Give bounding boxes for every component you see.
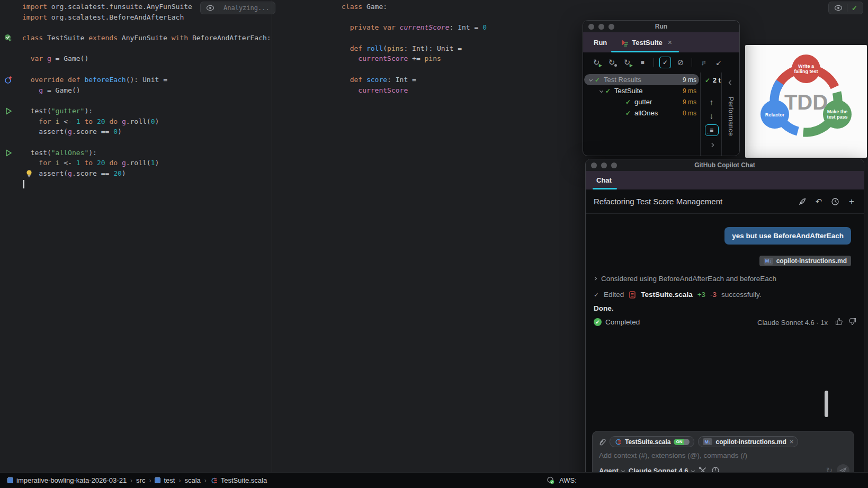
chat-scrollbar[interactable] (825, 391, 828, 417)
close-tab-icon[interactable]: × (668, 38, 672, 47)
context-chip-md[interactable]: M↓ copilot-instructions.md × (698, 436, 798, 447)
performance-stripe: Performance (721, 73, 739, 156)
code-line[interactable] (0, 95, 272, 106)
code-line[interactable]: class Game: (272, 2, 868, 12)
breadcrumb-separator: › (149, 477, 151, 484)
override-gutter-icon[interactable] (4, 76, 13, 84)
context-on-toggle[interactable]: ON (674, 439, 690, 445)
conversation-header: Refactoring Test Score Management ↶ + (586, 189, 864, 214)
breadcrumb-item[interactable]: scala (184, 476, 200, 484)
history-icon[interactable] (830, 197, 840, 206)
next-failed-test-button[interactable]: ↓ (705, 109, 719, 122)
test-passed-icon: ✓ (625, 98, 631, 106)
code-line[interactable] (0, 22, 272, 33)
code-line[interactable] (272, 12, 868, 23)
test-node-label: allOnes (634, 109, 658, 117)
breadcrumb-item[interactable]: imperative-bowling-kata-2026-03-21 (7, 476, 127, 484)
message-attachment-chip[interactable]: M↓ copilot-instructions.md (759, 256, 851, 266)
rerun-auto-button[interactable]: ↻▶ (621, 57, 633, 68)
svg-text:TDD: TDD (784, 91, 828, 114)
code-line[interactable]: test("allOnes"): (0, 148, 272, 158)
test-tree-row[interactable]: ✓TestSuite9 ms (583, 85, 700, 96)
code-line[interactable]: class TestSuite extends AnyFunSuite with… (0, 33, 272, 43)
runclass-gutter-icon[interactable] (4, 34, 13, 42)
breadcrumb-item[interactable]: src (136, 476, 145, 484)
code-line[interactable]: var g = Game() (0, 53, 272, 64)
new-chat-icon[interactable]: + (847, 197, 856, 206)
performance-tab[interactable]: Performance (727, 97, 735, 136)
test-results-tree: ✓Test Results9 ms✓TestSuite9 ms✓gutter9 … (583, 73, 700, 156)
divider (692, 58, 692, 67)
thumbs-up-icon[interactable] (835, 318, 843, 326)
svg-text:Refactor: Refactor (765, 112, 785, 118)
test-duration: 9 ms (683, 98, 696, 106)
aws-status-label[interactable]: AWS: (559, 476, 577, 484)
active-tab-underline (611, 51, 679, 52)
window-title: GitHub Copilot Chat (586, 161, 864, 169)
context-chip-file[interactable]: TestSuite.scala ON (610, 436, 694, 447)
left-editor-pane[interactable]: import org.scalatest.funsuite.AnyFunSuit… (0, 0, 272, 472)
tree-chevron-icon[interactable] (597, 89, 605, 92)
eye-icon[interactable] (834, 5, 843, 11)
code-line[interactable] (0, 137, 272, 148)
expand-rail-icon[interactable] (705, 138, 719, 152)
rerun-button[interactable]: ↻▶ (590, 57, 602, 68)
code-line[interactable]: for i <- 1 to 20 do g.roll(1) (0, 158, 272, 168)
quill-icon[interactable] (798, 197, 807, 206)
inspections-ok-icon[interactable]: ✓ (852, 4, 857, 12)
code-line[interactable]: private var currentScore: Int = 0 (272, 22, 868, 33)
test-tree-row[interactable]: ✓Test Results9 ms (583, 74, 700, 85)
remove-chip-icon[interactable]: × (790, 438, 794, 446)
code-line[interactable] (272, 33, 868, 43)
code-line[interactable]: for i <- 1 to 20 do g.roll(0) (0, 116, 272, 127)
edited-file-row[interactable]: ✓ Edited TestSuite.scala +3 -3 successfu… (594, 291, 762, 299)
code-line[interactable]: g = Game() (0, 85, 272, 96)
expand-icon[interactable] (593, 277, 597, 281)
eye-icon[interactable] (206, 5, 214, 11)
breadcrumb-item[interactable]: TestSuite.scala (210, 476, 267, 484)
model-usage-label: Claude Sonnet 4.6 · 1x (757, 318, 828, 328)
code-line[interactable] (0, 64, 272, 75)
import-results-button[interactable]: ↙ (713, 57, 724, 68)
code-line[interactable]: test("gutter"): (0, 106, 272, 116)
test-tree-row[interactable]: ✓allOnes0 ms (583, 107, 700, 119)
considered-row[interactable]: Considered using BeforeAndAfterEach and … (594, 275, 776, 283)
show-ignored-toggle[interactable]: ⊘ (675, 57, 686, 68)
test-node-label: TestSuite (614, 87, 642, 95)
bulb-gutter-icon[interactable] (25, 169, 34, 178)
code-line[interactable]: override def beforeEach(): Unit = (0, 75, 272, 85)
tdd-cycle-image: Write a failing test Make the test pass … (745, 45, 867, 158)
test-duration: 9 ms (683, 87, 696, 95)
code-line[interactable]: assert(g.score == 0) (0, 126, 272, 137)
tree-chevron-icon[interactable] (586, 78, 595, 81)
tab-chat[interactable]: Chat (596, 176, 612, 184)
copilot-window-titlebar[interactable]: GitHub Copilot Chat (586, 159, 864, 171)
previous-failed-test-button[interactable]: ↑ (705, 95, 719, 109)
attach-icon[interactable] (598, 438, 606, 446)
svg-text:Make the: Make the (827, 109, 848, 114)
runtest-gutter-icon[interactable] (4, 149, 13, 157)
status-widget-icon[interactable] (547, 476, 554, 484)
code-line[interactable] (0, 179, 272, 189)
breadcrumb: imperative-bowling-kata-2026-03-21›src›t… (7, 476, 267, 484)
tab-testsuite[interactable]: TestSuite × (621, 32, 672, 52)
scalatest-icon (621, 39, 629, 47)
test-tree-row[interactable]: ✓gutter9 ms (583, 96, 700, 107)
run-window-titlebar[interactable]: Run (583, 21, 739, 32)
collapse-stripe-icon[interactable] (724, 76, 738, 89)
stop-button[interactable]: ■ (637, 57, 648, 68)
code-line[interactable] (0, 43, 272, 54)
runtest-gutter-icon[interactable] (4, 107, 13, 115)
code-line[interactable]: assert(g.score == 20) (0, 168, 272, 179)
breadcrumb-item[interactable]: test (155, 476, 175, 484)
chat-input-placeholder[interactable]: Add context (#), extensions (@), command… (599, 451, 747, 459)
track-running-test-toggle[interactable]: ≡← (705, 124, 719, 136)
undo-icon[interactable]: ↶ (814, 197, 824, 206)
scala-file-icon (210, 477, 218, 484)
rerun-failed-button[interactable]: ↻ (606, 57, 618, 68)
sort-tests-button[interactable]: ↓≡ (697, 57, 709, 68)
thumbs-down-icon[interactable] (848, 318, 856, 326)
active-tab-underline (593, 188, 617, 189)
show-passed-toggle[interactable]: ✓ (659, 57, 671, 68)
test-node-label: gutter (634, 98, 652, 106)
